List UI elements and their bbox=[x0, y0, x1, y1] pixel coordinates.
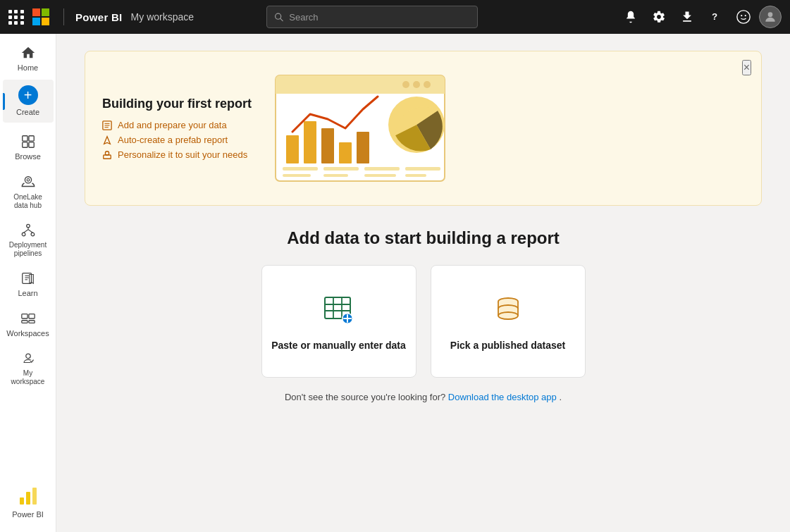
svg-rect-8 bbox=[28, 136, 33, 141]
notifications-button[interactable] bbox=[618, 4, 643, 30]
svg-point-32 bbox=[424, 81, 431, 88]
banner-step-1: Add and prepare your data bbox=[102, 120, 252, 130]
banner-step-2: Auto-create a prefab report bbox=[102, 135, 252, 145]
sidebar-item-myworkspace[interactable]: Myworkspace bbox=[3, 345, 54, 392]
add-data-title: Add data to start building a report bbox=[85, 228, 762, 248]
paste-data-label: Paste or manually enter data bbox=[271, 340, 406, 351]
sidebar-bottom: Power BI bbox=[3, 479, 54, 526]
svg-rect-9 bbox=[22, 142, 27, 147]
workspace-name: My workspace bbox=[131, 11, 194, 23]
banner-illustration bbox=[269, 68, 452, 188]
svg-rect-46 bbox=[323, 174, 348, 177]
svg-rect-21 bbox=[28, 314, 34, 318]
svg-point-15 bbox=[31, 233, 35, 236]
bottom-text-prefix: Don't see the source you're looking for? bbox=[285, 392, 445, 402]
svg-rect-35 bbox=[286, 135, 299, 163]
banner-text: Building your first report Add and prepa… bbox=[102, 97, 252, 160]
nav-right-icons: ? bbox=[618, 4, 782, 30]
browse-icon bbox=[20, 134, 36, 149]
svg-point-14 bbox=[22, 233, 25, 236]
sidebar: Home + Create Browse bbox=[0, 34, 56, 532]
bottom-text: Don't see the source you're looking for?… bbox=[85, 392, 762, 402]
svg-rect-41 bbox=[283, 167, 318, 171]
sidebar-item-home[interactable]: Home bbox=[3, 39, 54, 78]
download-desktop-link[interactable]: Download the desktop app bbox=[448, 392, 557, 402]
sidebar-deployment-label: Deploymentpipelines bbox=[9, 241, 47, 258]
svg-point-4 bbox=[741, 15, 742, 16]
svg-rect-7 bbox=[22, 136, 27, 141]
svg-point-5 bbox=[745, 15, 746, 16]
svg-point-62 bbox=[498, 312, 518, 319]
svg-rect-42 bbox=[323, 167, 359, 171]
myworkspace-icon bbox=[20, 351, 36, 366]
published-dataset-card[interactable]: Pick a published dataset bbox=[431, 265, 586, 378]
sidebar-item-deployment[interactable]: Deploymentpipelines bbox=[3, 217, 54, 264]
search-box[interactable] bbox=[266, 6, 478, 28]
paste-data-icon bbox=[321, 292, 357, 328]
svg-rect-38 bbox=[339, 142, 352, 163]
svg-rect-44 bbox=[405, 167, 440, 171]
svg-rect-22 bbox=[21, 321, 27, 323]
svg-rect-48 bbox=[405, 174, 426, 177]
svg-rect-26 bbox=[20, 497, 24, 505]
settings-button[interactable] bbox=[646, 4, 672, 30]
brand-name: Power BI bbox=[75, 11, 123, 23]
create-icon: + bbox=[18, 85, 38, 105]
user-avatar[interactable] bbox=[759, 6, 782, 28]
sidebar-item-learn[interactable]: Learn bbox=[3, 265, 54, 304]
sidebar-learn-label: Learn bbox=[18, 289, 37, 298]
data-cards-container: Paste or manually enter data bbox=[85, 265, 762, 378]
sidebar-item-create[interactable]: + Create bbox=[3, 80, 54, 123]
download-button[interactable] bbox=[674, 4, 700, 30]
feedback-button[interactable] bbox=[731, 4, 756, 30]
banner-steps: Add and prepare your data Auto-create a … bbox=[102, 120, 252, 160]
help-button[interactable]: ? bbox=[703, 4, 728, 30]
svg-point-24 bbox=[25, 354, 30, 358]
sidebar-item-powerbi[interactable]: Power BI bbox=[3, 479, 54, 525]
svg-rect-43 bbox=[364, 167, 400, 171]
sidebar-home-label: Home bbox=[18, 63, 38, 73]
published-dataset-icon bbox=[490, 292, 526, 328]
svg-point-3 bbox=[737, 11, 750, 23]
add-data-section: Add data to start building a report bbox=[85, 228, 762, 402]
main-layout: Home + Create Browse bbox=[0, 34, 790, 532]
svg-rect-27 bbox=[26, 492, 30, 505]
sidebar-item-browse[interactable]: Browse bbox=[3, 128, 54, 167]
sidebar-powerbi-label: Power BI bbox=[12, 510, 44, 519]
svg-point-33 bbox=[413, 81, 420, 88]
svg-point-13 bbox=[26, 224, 30, 228]
powerbi-icon bbox=[17, 485, 39, 507]
svg-rect-37 bbox=[321, 128, 334, 163]
svg-rect-10 bbox=[28, 142, 33, 147]
svg-rect-28 bbox=[32, 488, 37, 505]
bottom-text-suffix: . bbox=[559, 392, 562, 402]
svg-point-11 bbox=[25, 176, 31, 183]
sidebar-browse-label: Browse bbox=[15, 152, 41, 161]
main-content: Building your first report Add and prepa… bbox=[56, 34, 790, 532]
report-svg bbox=[269, 68, 452, 188]
top-navigation: Power BI My workspace ? bbox=[0, 0, 790, 34]
banner-title: Building your first report bbox=[102, 97, 252, 111]
banner-close-button[interactable]: × bbox=[742, 60, 751, 75]
svg-rect-47 bbox=[364, 174, 396, 177]
svg-point-12 bbox=[27, 178, 30, 181]
banner-step-3: Personalize it to suit your needs bbox=[102, 149, 252, 160]
svg-text:?: ? bbox=[712, 11, 717, 22]
deployment-icon bbox=[20, 223, 36, 238]
sidebar-item-onelake[interactable]: OneLakedata hub bbox=[3, 169, 54, 216]
active-indicator bbox=[3, 93, 5, 110]
svg-line-1 bbox=[280, 18, 283, 20]
paste-data-card[interactable]: Paste or manually enter data bbox=[261, 265, 416, 378]
apps-grid-icon[interactable] bbox=[8, 10, 24, 25]
sidebar-item-workspaces[interactable]: Workspaces bbox=[3, 305, 54, 344]
microsoft-logo bbox=[32, 8, 49, 25]
search-input[interactable] bbox=[289, 12, 470, 23]
step3-label: Personalize it to suit your needs bbox=[118, 149, 247, 160]
svg-rect-23 bbox=[28, 321, 34, 323]
workspaces-icon bbox=[20, 311, 36, 326]
learn-icon bbox=[20, 271, 36, 286]
svg-rect-39 bbox=[357, 132, 369, 163]
step2-label: Auto-create a prefab report bbox=[118, 135, 228, 145]
svg-point-34 bbox=[402, 81, 409, 88]
svg-rect-36 bbox=[304, 121, 316, 163]
